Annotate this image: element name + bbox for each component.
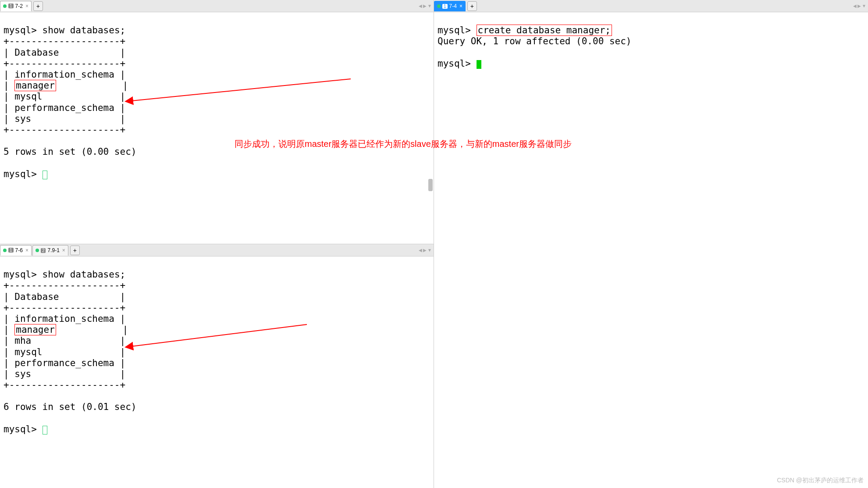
command: show databases; xyxy=(43,25,126,36)
tab-7-9-1[interactable]: 2 7.9-1 × xyxy=(32,245,68,256)
pane-right: 1 7-4 × + ◀ ▶ ▼ mysql> create database m… xyxy=(434,0,868,488)
table-row: | information_schema | xyxy=(4,313,125,324)
left-column: 1 7-2 × + ◀ ▶ ▼ mysql> show databases; +… xyxy=(0,0,434,488)
result-line: Query OK, 1 row affected (0.00 sec) xyxy=(438,36,632,46)
table-border: +--------------------+ xyxy=(4,280,125,291)
tab-label: 7.9-1 xyxy=(47,247,59,253)
result-footer: 6 rows in set (0.01 sec) xyxy=(4,402,136,412)
close-icon[interactable]: × xyxy=(62,247,65,253)
table-border: +--------------------+ xyxy=(4,36,125,46)
highlighted-db: manager xyxy=(14,80,56,91)
cursor-icon xyxy=(43,171,47,179)
add-tab-button[interactable]: + xyxy=(467,1,477,11)
table-row: | mysql | xyxy=(4,91,125,102)
main-container: 1 7-2 × + ◀ ▶ ▼ mysql> show databases; +… xyxy=(0,0,868,488)
table-row: | performance_schema | xyxy=(4,103,125,113)
tabbar-top-left: 1 7-2 × + ◀ ▶ ▼ xyxy=(0,0,434,12)
command: show databases; xyxy=(43,269,126,280)
prompt: mysql> xyxy=(4,269,37,280)
nav-down-icon[interactable]: ▼ xyxy=(862,4,866,8)
nav-left-icon[interactable]: ◀ xyxy=(419,4,422,8)
tab-number: 1 xyxy=(8,4,14,8)
add-tab-button[interactable]: + xyxy=(70,246,80,255)
nav-right-icon[interactable]: ▶ xyxy=(423,248,427,253)
tab-label: 7-6 xyxy=(15,247,23,253)
tab-7-6[interactable]: 1 7-6 × xyxy=(0,245,32,256)
status-dot-icon xyxy=(3,4,7,8)
cursor-icon xyxy=(43,426,47,435)
close-icon[interactable]: × xyxy=(25,3,28,9)
nav-down-icon[interactable]: ▼ xyxy=(427,248,432,253)
table-border: +--------------------+ xyxy=(4,303,125,313)
right-column: 1 7-4 × + ◀ ▶ ▼ mysql> create database m… xyxy=(434,0,868,488)
tab-7-4[interactable]: 1 7-4 × xyxy=(434,1,466,11)
cursor-icon xyxy=(477,60,481,69)
table-row: | mha | xyxy=(4,335,125,346)
terminal-top-left[interactable]: mysql> show databases; +----------------… xyxy=(0,12,434,244)
close-icon[interactable]: × xyxy=(25,247,28,253)
prompt: mysql> xyxy=(4,25,37,36)
tab-number: 1 xyxy=(442,4,448,9)
prompt: mysql> xyxy=(438,25,471,36)
status-dot-icon xyxy=(3,249,7,252)
table-header: | Database | xyxy=(4,47,125,58)
scrollbar-thumb[interactable] xyxy=(428,179,433,191)
table-row: | sys | xyxy=(4,369,125,379)
table-row: | mysql | xyxy=(4,347,125,357)
nav-right-icon[interactable]: ▶ xyxy=(857,4,861,8)
prompt: mysql> xyxy=(4,424,43,435)
prompt: mysql> xyxy=(4,169,43,179)
nav-down-icon[interactable]: ▼ xyxy=(427,4,432,8)
tab-number: 2 xyxy=(41,248,46,253)
tab-label: 7-4 xyxy=(449,3,457,9)
tab-nav: ◀ ▶ ▼ xyxy=(853,4,866,8)
terminal-right[interactable]: mysql> create database manager; Query OK… xyxy=(434,12,868,488)
terminal-bottom-left[interactable]: mysql> show databases; +----------------… xyxy=(0,256,434,488)
result-footer: 5 rows in set (0.00 sec) xyxy=(4,146,136,157)
table-row: | performance_schema | xyxy=(4,358,125,368)
close-icon[interactable]: × xyxy=(459,3,462,9)
table-row: | sys | xyxy=(4,114,125,124)
table-row: | information_schema | xyxy=(4,69,125,80)
status-dot-icon xyxy=(437,4,441,8)
pane-bottom-left: 1 7-6 × 2 7.9-1 × + ◀ ▶ ▼ mysql> show da… xyxy=(0,244,434,488)
tabbar-right: 1 7-4 × + ◀ ▶ ▼ xyxy=(434,0,868,12)
tab-nav: ◀ ▶ ▼ xyxy=(419,248,432,253)
tab-number: 1 xyxy=(8,248,14,253)
add-tab-button[interactable]: + xyxy=(33,1,43,11)
table-header: | Database | xyxy=(4,292,125,302)
tabbar-bottom-left: 1 7-6 × 2 7.9-1 × + ◀ ▶ ▼ xyxy=(0,244,434,256)
tab-nav: ◀ ▶ ▼ xyxy=(419,4,432,8)
table-border: +--------------------+ xyxy=(4,125,125,135)
watermark: CSDN @初出茅庐的运维工作者 xyxy=(777,477,864,484)
prompt: mysql> xyxy=(438,58,477,69)
table-border: +--------------------+ xyxy=(4,380,125,390)
nav-left-icon[interactable]: ◀ xyxy=(419,248,422,253)
table-border: +--------------------+ xyxy=(4,58,125,69)
nav-right-icon[interactable]: ▶ xyxy=(423,4,427,8)
status-dot-icon xyxy=(36,249,39,252)
tab-label: 7-2 xyxy=(15,3,23,9)
highlighted-command: create database manager; xyxy=(477,25,612,36)
tab-7-2[interactable]: 1 7-2 × xyxy=(0,1,32,11)
pane-top-left: 1 7-2 × + ◀ ▶ ▼ mysql> show databases; +… xyxy=(0,0,434,244)
highlighted-db: manager xyxy=(14,324,56,335)
nav-left-icon[interactable]: ◀ xyxy=(853,4,857,8)
